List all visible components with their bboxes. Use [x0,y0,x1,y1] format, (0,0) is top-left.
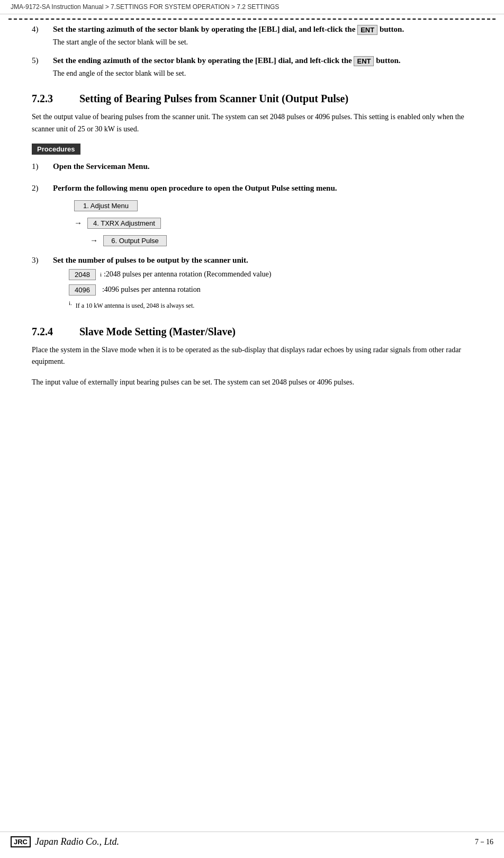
section-7-2-3-num: 7.2.3 [32,93,79,105]
pulse-btn-4096: 4096 [69,284,96,296]
step-5-body: Set the ending azimuth of the sector bla… [53,56,472,78]
ent-button-4: ENT [357,25,377,35]
footer-company: Japan Radio Co., Ltd. [35,836,119,847]
step-5-title: Set the ending azimuth of the sector bla… [53,56,472,66]
menu-row-3: → 6. Output Pulse [90,235,472,246]
menu-box-3: 6. Output Pulse [103,235,167,246]
pulse-btn-2048: 2048 [69,269,96,280]
ent-button-5: ENT [354,56,374,66]
section-7-2-4-num: 7.2.4 [32,326,79,338]
footnote-i: i. If a 10 kW antenna is used, 2048 is a… [69,300,472,310]
section-7-2-4-header: 7.2.4 Slave Mode Setting (Master/Slave) [32,326,472,338]
step-4-num: 4) [32,25,53,47]
section-7-2-3-title: Setting of Bearing Pulses from Scanner U… [79,93,348,105]
section-7-2-4-title: Slave Mode Setting (Master/Slave) [79,326,236,338]
step-7-2-3-1: 1) Open the Serviceman Menu. [32,162,472,174]
step-7-2-3-2-title: Perform the following menu open procedur… [53,184,472,193]
menu-row-2: → 4. TXRX Adjustment [74,218,472,229]
step-7-2-3-2-body: Perform the following menu open procedur… [53,184,472,246]
footnote-text-i: If a 10 kW antenna is used, 2048 is alwa… [76,302,194,309]
jrc-label: JRC [11,836,31,847]
step-4: 4) Set the starting azimuth of the secto… [32,25,472,47]
menu-box-1: 1. Adjust Menu [74,200,138,211]
pulse-row-4096: 4096 :4096 pulses per antenna rotation [69,284,472,296]
menu-box-2: 4. TXRX Adjustment [87,218,161,229]
footer-logo: JRC Japan Radio Co., Ltd. [11,836,119,847]
pulse-table: 2048 i :2048 pulses per antenna rotation… [69,269,472,296]
arrow-2: → [90,236,98,245]
step-5-desc: The end angle of the sector blank will b… [53,69,472,78]
section-7-2-3-header: 7.2.3 Setting of Bearing Pulses from Sca… [32,93,472,105]
step-5: 5) Set the ending azimuth of the sector … [32,56,472,78]
pulse-4096-desc: :4096 pulses per antenna rotation [102,285,201,294]
step-7-2-3-1-num: 1) [32,162,53,174]
main-content: 4) Set the starting azimuth of the secto… [0,20,504,418]
section-7-2-4-desc1: Place the system in the Slave mode when … [32,344,472,368]
breadcrumb: JMA-9172-SA Instruction Manual > 7.SETTI… [0,0,504,14]
step-7-2-3-2-num: 2) [32,184,53,246]
step-5-num: 5) [32,56,53,78]
footer: JRC Japan Radio Co., Ltd. 7－16 [0,832,504,847]
menu-row-1: 1. Adjust Menu [74,200,472,211]
step-7-2-3-3-body: Set the number of pulses to be output by… [53,256,472,310]
step-4-title: Set the starting azimuth of the sector b… [53,25,472,35]
section-7-2-3-desc: Set the output value of bearing pulses f… [32,111,472,135]
step-7-2-3-3: 3) Set the number of pulses to be output… [32,256,472,310]
pulse-2048-superscript: i [100,271,102,278]
step-7-2-3-3-num: 3) [32,256,53,310]
footer-page: 7－16 [475,837,493,847]
footnote-label-i: i. [69,300,72,306]
step-7-2-3-1-body: Open the Serviceman Menu. [53,162,472,174]
step-4-body: Set the starting azimuth of the sector b… [53,25,472,47]
step-7-2-3-2: 2) Perform the following menu open proce… [32,184,472,246]
section-7-2-4-desc2: The input value of externally input bear… [32,377,472,388]
pulse-row-2048: 2048 i :2048 pulses per antenna rotation… [69,269,472,280]
step-7-2-3-3-title: Set the number of pulses to be output by… [53,256,472,265]
arrow-1: → [74,219,82,228]
pulse-2048-desc: :2048 pulses per antenna rotation (Recom… [104,270,271,279]
step-7-2-3-1-title: Open the Serviceman Menu. [53,162,472,171]
procedures-badge: Procedures [32,144,80,155]
step-4-desc: The start angle of the sector blank will… [53,38,472,47]
